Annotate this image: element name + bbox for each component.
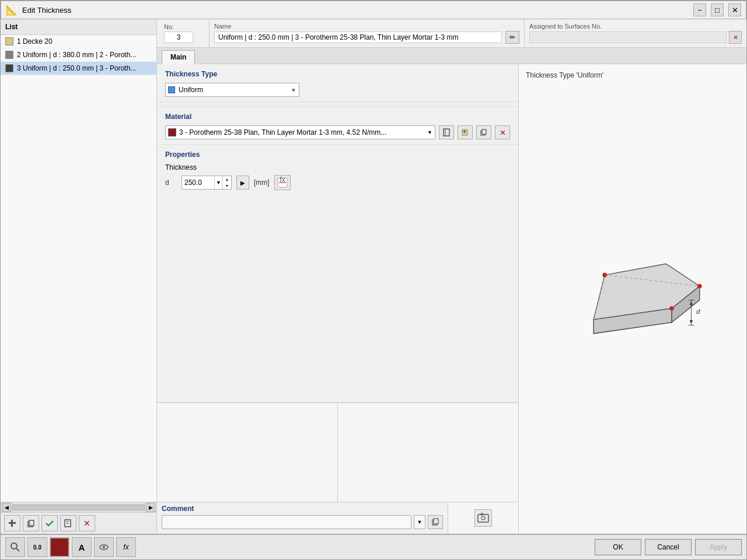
material-row: 3 - Porotherm 25-38 Plan, Thin Layer Mor…: [165, 125, 510, 139]
svg-marker-35: [690, 320, 693, 324]
thickness-dropdown-icon[interactable]: ▼: [214, 176, 222, 189]
info-name-section: Name ✏: [210, 19, 525, 47]
svg-line-38: [16, 548, 19, 551]
titlebar: 📐 Edit Thickness − □ ✕: [1, 1, 746, 19]
thickness-down-button[interactable]: ▼: [223, 183, 231, 189]
search-tool-button[interactable]: [5, 537, 25, 557]
bottom-panels: [157, 402, 518, 502]
text-tool-button[interactable]: A: [72, 537, 92, 557]
svg-rect-18: [478, 514, 488, 522]
svg-point-40: [103, 546, 105, 548]
svg-rect-3: [29, 520, 34, 526]
thickness-type-section: Thickness Type Uniform ▼: [157, 64, 518, 102]
minimize-button[interactable]: −: [693, 4, 706, 16]
cancel-button[interactable]: Cancel: [645, 539, 692, 555]
comment-input-row: ▼: [162, 515, 443, 529]
thickness-next-button[interactable]: ▶: [236, 176, 249, 190]
list-delete-button[interactable]: ✕: [79, 515, 95, 531]
number-tool-button[interactable]: 0.0: [27, 537, 47, 557]
diagram-title: Thickness Type 'Uniform': [526, 71, 739, 79]
svg-rect-1: [11, 520, 13, 527]
thickness-type-select[interactable]: Uniform ▼: [165, 83, 299, 97]
list-item-text: 3 Uniform | d : 250.0 mm | 3 - Poroth...: [17, 64, 136, 72]
assigned-input[interactable]: [529, 32, 727, 43]
thickness-row: d ▼ ▲ ▼ ▶ [mm]: [165, 175, 510, 190]
screenshot-button[interactable]: [474, 509, 492, 527]
ok-button[interactable]: OK: [595, 539, 641, 555]
footer-tools: 0.0 A fx: [5, 537, 595, 557]
svg-text:d: d: [696, 308, 700, 315]
list-item[interactable]: 1 Decke 20: [1, 35, 156, 48]
tab-content: Thickness Type Uniform ▼ Material: [157, 64, 746, 534]
info-assigned-section: Assigned to Surfaces No. ✕: [525, 19, 746, 47]
no-value: 3: [164, 32, 193, 43]
list-panel: List 1 Decke 202 Uniform | d : 380.0 mm …: [1, 19, 157, 534]
thickness-up-button[interactable]: ▲: [223, 176, 231, 183]
list-copy-button[interactable]: [23, 515, 39, 531]
svg-point-37: [11, 543, 17, 549]
diagram-canvas: d: [526, 84, 739, 527]
apply-button[interactable]: Apply: [695, 539, 742, 555]
footer: 0.0 A fx OK Cancel Apply: [1, 534, 746, 559]
thickness-formula-button[interactable]: fx: [274, 175, 291, 190]
list-item-color-swatch: [5, 51, 13, 59]
comment-left: Comment ▼: [157, 502, 448, 534]
thickness-type-value: Uniform: [179, 86, 203, 94]
maximize-button[interactable]: □: [711, 4, 724, 16]
thickness-sublabel: Thickness: [165, 163, 510, 172]
formula-tool-button[interactable]: fx: [116, 537, 136, 557]
material-copy-button[interactable]: [476, 125, 491, 139]
scrollbar-track[interactable]: [12, 505, 145, 510]
scroll-left-button[interactable]: ◀: [2, 503, 11, 512]
comment-right: [448, 502, 518, 534]
material-select[interactable]: 3 - Porotherm 25-38 Plan, Thin Layer Mor…: [165, 125, 435, 139]
tab-main[interactable]: Main: [162, 50, 195, 64]
material-book-button[interactable]: [439, 125, 454, 139]
material-color-indicator: [168, 128, 176, 136]
list-scrollbar: ◀ ▶: [1, 502, 156, 512]
list-add-button[interactable]: [4, 515, 20, 531]
material-section: Material 3 - Porotherm 25-38 Plan, Thin …: [157, 107, 518, 145]
d-label: d: [165, 178, 177, 187]
comment-dropdown-button[interactable]: ▼: [414, 515, 425, 529]
list-item[interactable]: 2 Uniform | d : 380.0 mm | 2 - Poroth...: [1, 48, 156, 62]
info-bar: No. 3 Name ✏ Assigned to Surfaces No. ✕: [157, 19, 746, 48]
assigned-row: ✕: [529, 31, 742, 44]
info-no-section: No. 3: [157, 19, 210, 47]
name-label: Name: [214, 23, 519, 30]
list-header: List: [1, 19, 156, 35]
assigned-clear-button[interactable]: ✕: [729, 31, 742, 44]
svg-rect-7: [444, 129, 449, 136]
properties-label: Properties: [165, 150, 510, 159]
view-tool-button[interactable]: [94, 537, 114, 557]
thickness-input[interactable]: [182, 176, 214, 189]
app-icon: 📐: [6, 5, 18, 16]
edit-thickness-dialog: 📐 Edit Thickness − □ ✕ List 1 Decke 202 …: [0, 0, 747, 560]
content-area: List 1 Decke 202 Uniform | d : 380.0 mm …: [1, 19, 746, 534]
scroll-right-button[interactable]: ▶: [146, 503, 155, 512]
list-item-text: 1 Decke 20: [17, 37, 53, 46]
material-dropdown-arrow-icon: ▼: [427, 130, 432, 135]
thickness-input-group: ▼ ▲ ▼: [181, 176, 232, 190]
material-new-button[interactable]: +: [458, 125, 473, 139]
list-check-button[interactable]: [41, 515, 58, 531]
color-tool-button[interactable]: [50, 537, 69, 557]
svg-rect-17: [434, 519, 438, 524]
list-item[interactable]: 3 Uniform | d : 250.0 mm | 3 - Poroth...: [1, 62, 156, 75]
spacer: [157, 102, 518, 107]
diagram-area: Thickness Type 'Uniform': [519, 64, 746, 534]
bottom-right-panel: [338, 403, 518, 502]
footer-actions: OK Cancel Apply: [595, 539, 742, 555]
material-delete-button[interactable]: ✕: [495, 125, 510, 139]
material-label: Material: [165, 113, 510, 121]
svg-rect-12: [482, 130, 486, 134]
close-button[interactable]: ✕: [728, 4, 741, 16]
thickness-type-label: Thickness Type: [165, 70, 510, 78]
comment-copy-button[interactable]: [428, 515, 443, 529]
name-edit-button[interactable]: ✏: [505, 31, 519, 44]
comment-input[interactable]: [162, 515, 411, 529]
name-input[interactable]: [214, 32, 502, 43]
dialog-title: Edit Thickness: [22, 6, 689, 15]
list-export-button[interactable]: [60, 515, 76, 531]
name-row: ✏: [214, 31, 519, 44]
